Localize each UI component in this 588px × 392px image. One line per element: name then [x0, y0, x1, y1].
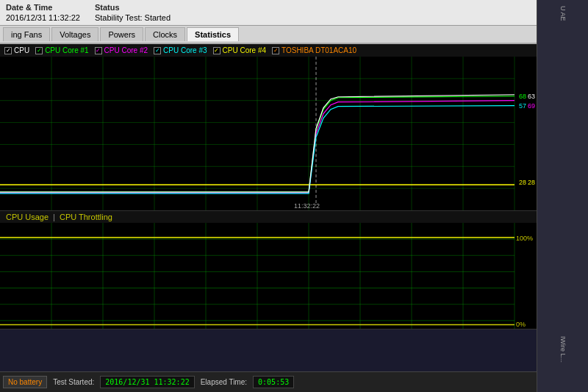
cpu-usage-title: CPU Usage: [6, 213, 49, 221]
tab-powers[interactable]: Powers: [100, 27, 143, 41]
usage-title-row: CPU Usage | CPU Throttling: [0, 211, 537, 223]
temp-chart-svg: 68 63 57 69 28 28 11:32:22: [0, 57, 537, 210]
right-sidebar: U AE IWire L...: [537, 0, 588, 392]
tab-fans[interactable]: ing Fans: [3, 27, 50, 41]
legend-cpu-checkbox[interactable]: ✓: [4, 47, 12, 54]
cpu-throttling-title: CPU Throttling: [60, 213, 112, 221]
legend-core3-label: CPU Core #3: [163, 46, 207, 54]
sidebar-top-text: U AE: [559, 6, 567, 21]
svg-text:63: 63: [528, 93, 535, 100]
pipe-separator: |: [53, 213, 55, 221]
battery-badge: No battery: [3, 376, 47, 388]
tab-statistics[interactable]: Statistics: [187, 27, 239, 41]
legend-core1-label: CPU Core #1: [45, 46, 88, 54]
test-started-value: 2016/12/31 11:32:22: [100, 376, 194, 388]
legend-toshiba-label: TOSHIBA DT01ACA10: [282, 46, 356, 54]
svg-text:57: 57: [519, 102, 526, 110]
tab-clocks[interactable]: Clocks: [145, 27, 185, 41]
usage-graph: 100% 0%: [0, 223, 537, 329]
legend-core2-label: CPU Core #2: [104, 46, 148, 54]
date-time-value: 2016/12/31 11:32:22: [6, 13, 80, 22]
svg-text:69: 69: [528, 102, 535, 110]
legend-core1-checkbox[interactable]: ✓: [35, 47, 43, 54]
date-time-header: Date & Time: [6, 3, 80, 12]
legend-cpu[interactable]: ✓ CPU: [4, 46, 29, 54]
tab-voltages[interactable]: Voltages: [51, 27, 98, 41]
tabs-row: ing Fans Voltages Powers Clocks Statisti…: [0, 26, 537, 44]
status-value: Stability Test: Started: [95, 13, 171, 22]
legend-core4-checkbox[interactable]: ✓: [213, 47, 220, 54]
legend-cpu-label: CPU: [14, 46, 29, 54]
legend-core1[interactable]: ✓ CPU Core #1: [35, 46, 88, 54]
legend-toshiba[interactable]: ✓ TOSHIBA DT01ACA10: [272, 46, 356, 54]
elapsed-value: 0:05:53: [253, 376, 294, 388]
legend-core4[interactable]: ✓ CPU Core #4: [213, 46, 266, 54]
status-header: Status: [95, 3, 171, 12]
svg-text:100%: 100%: [516, 234, 534, 243]
legend-core2-checkbox[interactable]: ✓: [95, 47, 102, 54]
legend-row: ✓ CPU ✓ CPU Core #1 ✓ CPU Core #2 ✓ CPU …: [0, 44, 537, 57]
legend-toshiba-checkbox[interactable]: ✓: [272, 47, 279, 54]
status-bar: No battery Test Started: 2016/12/31 11:3…: [0, 371, 537, 392]
legend-core4-label: CPU Core #4: [223, 46, 266, 54]
legend-core2[interactable]: ✓ CPU Core #2: [95, 46, 148, 54]
sidebar-bottom-text: IWire L...: [559, 336, 567, 363]
svg-text:0%: 0%: [516, 319, 526, 328]
svg-text:28: 28: [519, 179, 526, 186]
usage-chart-svg: 100% 0%: [0, 223, 537, 329]
svg-text:28: 28: [528, 179, 535, 186]
svg-text:11:32:22: 11:32:22: [294, 202, 320, 210]
test-started-label: Test Started:: [53, 378, 94, 386]
legend-core3[interactable]: ✓ CPU Core #3: [154, 46, 207, 54]
elapsed-label: Elapsed Time:: [201, 378, 247, 386]
legend-core3-checkbox[interactable]: ✓: [154, 47, 161, 54]
main-content: Date & Time 2016/12/31 11:32:22 Status S…: [0, 0, 537, 329]
temp-graph: 68 63 57 69 28 28 11:32:22: [0, 57, 537, 211]
svg-text:68: 68: [519, 93, 526, 100]
info-panel: Date & Time 2016/12/31 11:32:22 Status S…: [0, 0, 537, 26]
